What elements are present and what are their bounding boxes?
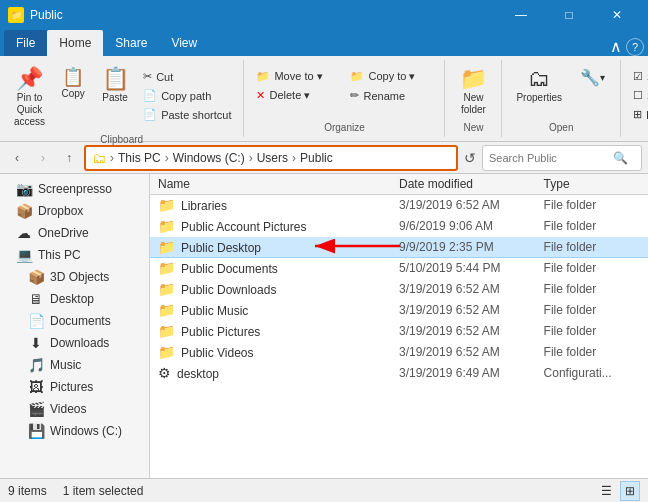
- header-type[interactable]: Type: [544, 177, 640, 191]
- up-button[interactable]: ↑: [58, 147, 80, 169]
- file-icon: 📁: [158, 302, 175, 318]
- table-row[interactable]: 📁Public Desktop 9/9/2019 2:35 PM File fo…: [150, 237, 648, 258]
- move-to-button[interactable]: 📁 Move to ▾: [252, 68, 342, 85]
- pin-to-quick-access-button[interactable]: 📌 Pin to Quickaccess: [8, 64, 51, 132]
- item-count: 9 items: [8, 484, 47, 498]
- details-view-button[interactable]: ☰: [596, 481, 616, 501]
- tab-view[interactable]: View: [159, 30, 209, 56]
- table-row[interactable]: 📁Public Account Pictures 9/6/2019 9:06 A…: [150, 216, 648, 237]
- ribbon-group-new: 📁 Newfolder New: [445, 60, 502, 137]
- file-name: 📁Public Music: [158, 302, 399, 318]
- paste-icon: 📋: [102, 68, 129, 90]
- copy-button[interactable]: 📋 Copy: [55, 64, 91, 103]
- copy-to-icon: 📁: [350, 70, 364, 83]
- sidebar-item-dropbox[interactable]: 📦 Dropbox: [0, 200, 149, 222]
- address-path[interactable]: 🗂 › This PC › Windows (C:) › Users › Pub…: [84, 145, 458, 171]
- properties-button[interactable]: 🗂 Properties: [510, 64, 568, 107]
- new-folder-icon: 📁: [460, 68, 487, 90]
- file-name: 📁Public Desktop: [158, 239, 399, 255]
- copy-path-button[interactable]: 📄 Copy path: [139, 87, 235, 104]
- sidebar-item-3d-objects[interactable]: 📦 3D Objects: [0, 266, 149, 288]
- ribbon-group-select: ☑ Select all ☐ Select none ⊞ Invert sele…: [621, 60, 648, 137]
- invert-selection-button[interactable]: ⊞ Invert selection: [629, 106, 648, 123]
- tab-file[interactable]: File: [4, 30, 47, 56]
- select-none-button[interactable]: ☐ Select none: [629, 87, 648, 104]
- ribbon-group-clipboard: 📌 Pin to Quickaccess 📋 Copy 📋 Paste ✂ Cu…: [0, 60, 244, 137]
- sidebar-item-onedrive[interactable]: ☁ OneDrive: [0, 222, 149, 244]
- delete-icon: ✕: [256, 89, 265, 102]
- table-row[interactable]: 📁Libraries 3/19/2019 6:52 AM File folder: [150, 195, 648, 216]
- header-name[interactable]: Name: [158, 177, 399, 191]
- ribbon-tabs: File Home Share View ∧ ?: [0, 30, 648, 56]
- open-more-button[interactable]: 🔧 ▾: [572, 64, 612, 93]
- sidebar-item-downloads[interactable]: ⬇ Downloads: [0, 332, 149, 354]
- refresh-button[interactable]: ↺: [464, 150, 476, 166]
- tab-share[interactable]: Share: [103, 30, 159, 56]
- back-button[interactable]: ‹: [6, 147, 28, 169]
- file-type: Configurati...: [544, 366, 640, 380]
- sidebar-item-music[interactable]: 🎵 Music: [0, 354, 149, 376]
- file-name: 📁Public Account Pictures: [158, 218, 399, 234]
- this-pc-icon: 💻: [16, 247, 32, 263]
- help-icon[interactable]: ?: [626, 38, 644, 56]
- close-button[interactable]: ✕: [594, 0, 640, 30]
- ribbon-collapse-icon[interactable]: ∧: [610, 37, 622, 56]
- sidebar-item-desktop[interactable]: 🖥 Desktop: [0, 288, 149, 310]
- file-date: 3/19/2019 6:52 AM: [399, 324, 544, 338]
- file-type: File folder: [544, 303, 640, 317]
- file-icon: 📁: [158, 197, 175, 213]
- path-users[interactable]: Users: [257, 151, 288, 165]
- file-icon: 📁: [158, 344, 175, 360]
- sidebar-item-videos[interactable]: 🎬 Videos: [0, 398, 149, 420]
- sidebar-item-pictures[interactable]: 🖼 Pictures: [0, 376, 149, 398]
- ribbon-group-organize: 📁 Move to ▾ ✕ Delete ▾ 📁 Copy to ▾ ✏ Ren…: [244, 60, 445, 137]
- file-type: File folder: [544, 261, 640, 275]
- sidebar-item-windows-c[interactable]: 💾 Windows (C:): [0, 420, 149, 442]
- rename-button[interactable]: ✏ Rename: [346, 87, 436, 104]
- table-row[interactable]: ⚙desktop 3/19/2019 6:49 AM Configurati..…: [150, 363, 648, 384]
- file-icon: 📁: [158, 260, 175, 276]
- copy-to-button[interactable]: 📁 Copy to ▾: [346, 68, 436, 85]
- table-row[interactable]: 📁Public Downloads 3/19/2019 6:52 AM File…: [150, 279, 648, 300]
- forward-button[interactable]: ›: [32, 147, 54, 169]
- search-box[interactable]: 🔍: [482, 145, 642, 171]
- file-name: 📁Public Videos: [158, 344, 399, 360]
- properties-icon: 🗂: [528, 68, 550, 90]
- path-public[interactable]: Public: [300, 151, 333, 165]
- path-this-pc[interactable]: This PC: [118, 151, 161, 165]
- paste-shortcut-button[interactable]: 📄 Paste shortcut: [139, 106, 235, 123]
- ribbon: 📌 Pin to Quickaccess 📋 Copy 📋 Paste ✂ Cu…: [0, 56, 648, 142]
- new-folder-button[interactable]: 📁 Newfolder: [453, 64, 493, 120]
- search-icon[interactable]: 🔍: [613, 151, 628, 165]
- header-date-modified[interactable]: Date modified: [399, 177, 544, 191]
- table-row[interactable]: 📁Public Videos 3/19/2019 6:52 AM File fo…: [150, 342, 648, 363]
- sidebar-item-this-pc[interactable]: 💻 This PC: [0, 244, 149, 266]
- file-type: File folder: [544, 345, 640, 359]
- file-date: 5/10/2019 5:44 PM: [399, 261, 544, 275]
- tab-home[interactable]: Home: [47, 30, 103, 56]
- table-row[interactable]: 📁Public Pictures 3/19/2019 6:52 AM File …: [150, 321, 648, 342]
- paste-button[interactable]: 📋 Paste: [95, 64, 135, 107]
- cut-icon: ✂: [143, 70, 152, 83]
- path-windows-c[interactable]: Windows (C:): [173, 151, 245, 165]
- file-name: 📁Libraries: [158, 197, 399, 213]
- address-bar: ‹ › ↑ 🗂 › This PC › Windows (C:) › Users…: [0, 142, 648, 174]
- selected-count: 1 item selected: [63, 484, 144, 498]
- table-row[interactable]: 📁Public Documents 5/10/2019 5:44 PM File…: [150, 258, 648, 279]
- table-row[interactable]: 📁Public Music 3/19/2019 6:52 AM File fol…: [150, 300, 648, 321]
- list-view-button[interactable]: ⊞: [620, 481, 640, 501]
- cut-button[interactable]: ✂ Cut: [139, 68, 235, 85]
- sidebar-item-screenpresso[interactable]: 📷 Screenpresso: [0, 178, 149, 200]
- sidebar-item-documents[interactable]: 📄 Documents: [0, 310, 149, 332]
- file-name: 📁Public Pictures: [158, 323, 399, 339]
- select-all-button[interactable]: ☑ Select all: [629, 68, 648, 85]
- minimize-button[interactable]: —: [498, 0, 544, 30]
- search-input[interactable]: [489, 152, 609, 164]
- screenpresso-icon: 📷: [16, 181, 32, 197]
- file-type: File folder: [544, 219, 640, 233]
- delete-button[interactable]: ✕ Delete ▾: [252, 87, 342, 104]
- title-bar-icon: 📁: [8, 7, 24, 23]
- file-name: 📁Public Downloads: [158, 281, 399, 297]
- desktop-icon: 🖥: [28, 291, 44, 307]
- maximize-button[interactable]: □: [546, 0, 592, 30]
